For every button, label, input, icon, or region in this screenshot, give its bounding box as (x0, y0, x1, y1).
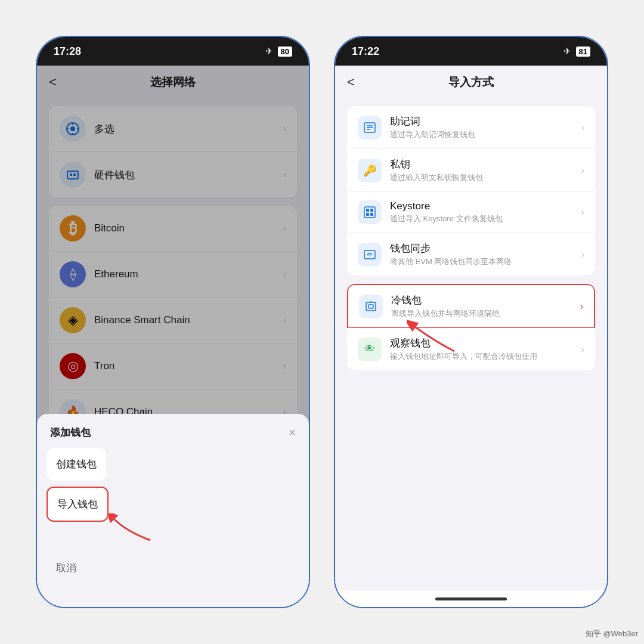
import-methods-content: 助记词 通过导入助记词恢复钱包 › 🔑 私钥 通过输入明文私钥恢复钱包 › (335, 99, 607, 590)
svg-rect-20 (366, 302, 376, 311)
walletsync-chevron: › (581, 249, 584, 260)
page-title-right: 导入方式 (448, 75, 494, 90)
keystore-subtitle: 通过导入 Keystore 文件恢复钱包 (390, 213, 581, 224)
create-wallet-button[interactable]: 创建钱包 (47, 448, 106, 481)
keystore-chevron: › (581, 207, 584, 218)
import-group-1: 助记词 通过导入助记词恢复钱包 › 🔑 私钥 通过输入明文私钥恢复钱包 › (347, 106, 595, 275)
privatekey-icon: 🔑 (358, 159, 382, 182)
coldwallet-title: 冷钱包 (391, 293, 580, 307)
import-item-coldwallet[interactable]: 冷钱包 离线导入钱包并与网络环境隔绝 › (347, 284, 595, 329)
home-bar-right (435, 597, 507, 600)
status-icons-right: ✈ 81 (564, 46, 590, 57)
import-item-mnemonic[interactable]: 助记词 通过导入助记词恢复钱包 › (347, 106, 595, 149)
screen-left: < 选择网络 (37, 66, 309, 607)
import-group-2: 冷钱包 离线导入钱包并与网络环境隔绝 › 👁 观察钱包 输入钱包地址即可导入，可… (347, 284, 595, 370)
svg-rect-21 (369, 305, 373, 308)
home-indicator-right (335, 590, 607, 607)
svg-rect-19 (364, 250, 375, 259)
watchonly-chevron: › (581, 344, 584, 355)
mnemonic-chevron: › (581, 122, 584, 133)
mnemonic-text: 助记词 通过导入助记词恢复钱包 (390, 114, 581, 140)
status-time-right: 17:22 (352, 45, 379, 58)
mnemonic-subtitle: 通过导入助记词恢复钱包 (390, 129, 581, 140)
coldwallet-chevron: › (580, 301, 583, 312)
bottom-sheet-header: 添加钱包 × (37, 414, 309, 448)
watchonly-icon: 👁 (358, 338, 382, 361)
screen-right: < 导入方式 助记词 (335, 66, 607, 607)
import-group-2-wrapper: 冷钱包 离线导入钱包并与网络环境隔绝 › 👁 观察钱包 输入钱包地址即可导入，可… (347, 284, 595, 370)
svg-rect-16 (370, 209, 373, 212)
privatekey-text: 私钥 通过输入明文私钥恢复钱包 (390, 157, 581, 183)
status-time-left: 17:28 (54, 45, 81, 58)
svg-rect-15 (366, 209, 369, 212)
watermark: 知乎 @Web3er (586, 628, 638, 639)
walletsync-title: 钱包同步 (390, 242, 581, 255)
airplane-icon-right: ✈ (564, 46, 571, 57)
coldwallet-text: 冷钱包 离线导入钱包并与网络环境隔绝 (391, 293, 580, 319)
phone-right: 17:22 ✈ 81 < 导入方式 (334, 36, 608, 608)
walletsync-icon (358, 243, 382, 267)
bottom-sheet-close-button[interactable]: × (289, 426, 296, 439)
arrow-annotation-left (109, 513, 156, 546)
bottom-sheet-title: 添加钱包 (50, 426, 91, 439)
import-wallet-button[interactable]: 导入钱包 (47, 487, 109, 522)
import-item-keystore[interactable]: Keystore 通过导入 Keystore 文件恢复钱包 › (347, 192, 595, 233)
svg-rect-17 (366, 213, 369, 216)
privatekey-title: 私钥 (390, 157, 581, 171)
arrow-annotation-right (407, 318, 460, 357)
privatekey-subtitle: 通过输入明文私钥恢复钱包 (390, 172, 581, 183)
keystore-title: Keystore (390, 200, 581, 212)
airplane-icon-left: ✈ (265, 46, 273, 57)
import-item-privatekey[interactable]: 🔑 私钥 通过输入明文私钥恢复钱包 › (347, 149, 595, 192)
back-button-right[interactable]: < (347, 75, 355, 90)
status-bar-right: 17:22 ✈ 81 (335, 37, 607, 66)
mnemonic-icon (358, 116, 382, 140)
nav-bar-right: < 导入方式 (335, 66, 607, 99)
svg-rect-14 (364, 207, 375, 218)
keystore-text: Keystore 通过导入 Keystore 文件恢复钱包 (390, 200, 581, 224)
keystore-icon (358, 200, 382, 224)
battery-right: 81 (576, 47, 590, 57)
phone-left: 17:28 ✈ 80 < 选择网络 (36, 36, 310, 608)
coldwallet-icon (359, 295, 383, 318)
cancel-button[interactable]: 取消 (47, 552, 86, 584)
walletsync-subtitle: 将其他 EVM 网络钱包同步至本网络 (390, 256, 581, 267)
import-item-walletsync[interactable]: 钱包同步 将其他 EVM 网络钱包同步至本网络 › (347, 233, 595, 275)
svg-rect-18 (370, 213, 373, 216)
status-bar-left: 17:28 ✈ 80 (37, 37, 309, 66)
status-icons-left: ✈ 80 (265, 46, 292, 57)
coldwallet-subtitle: 离线导入钱包并与网络环境隔绝 (391, 308, 580, 319)
battery-left: 80 (278, 47, 292, 57)
walletsync-text: 钱包同步 将其他 EVM 网络钱包同步至本网络 (390, 242, 581, 267)
mnemonic-title: 助记词 (390, 114, 581, 128)
bottom-sheet: 添加钱包 × 创建钱包 导入钱包 (37, 414, 309, 607)
import-item-watchonly[interactable]: 👁 观察钱包 输入钱包地址即可导入，可配合冷钱包使用 › (347, 328, 595, 370)
privatekey-chevron: › (581, 165, 584, 176)
